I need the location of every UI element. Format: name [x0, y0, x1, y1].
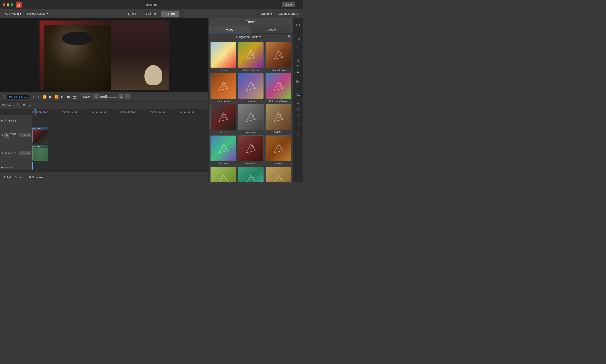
- svg-point-1: [18, 4, 19, 6]
- fullscreen-button[interactable]: ⛶: [125, 94, 130, 99]
- voice-label: Voice: [7, 166, 13, 169]
- mode-expert[interactable]: Expert: [161, 11, 179, 17]
- mode-guided[interactable]: Guided: [142, 11, 161, 17]
- effect-item-comic[interactable]: Comic: [210, 42, 236, 71]
- effect-label-deep-copper: Deep Copper: [216, 100, 230, 102]
- video1-clip[interactable]: My new v: [32, 127, 48, 143]
- timeline-scrollbar-h[interactable]: [0, 169, 208, 172]
- video1-back-button[interactable]: ◁: [19, 133, 23, 137]
- text-icon-button[interactable]: T: [294, 111, 302, 119]
- save-button[interactable]: Save: [282, 2, 295, 7]
- maximize-button[interactable]: [11, 3, 14, 6]
- effect-label-horror: Horror: [220, 131, 227, 134]
- track-header-voice: ▶ 🎙 Voice: [0, 162, 32, 169]
- effect-thumb-horror: [210, 104, 236, 130]
- play-button[interactable]: ▶: [48, 94, 53, 100]
- fix-button[interactable]: FIX: [294, 21, 302, 29]
- effect-item-hollywood-movie[interactable]: Hollywood Movie: [265, 73, 291, 103]
- emoji-icon-button[interactable]: ☺: [294, 130, 302, 138]
- audio1-back-button[interactable]: ◁: [19, 151, 23, 155]
- audio1-mute-button[interactable]: 🔊: [4, 152, 7, 154]
- organizer-icon: ⊞: [28, 176, 31, 179]
- effect-item-trinity[interactable]: Trinity: [238, 167, 264, 182]
- tab-audio[interactable]: Audio: [251, 26, 293, 33]
- close-button[interactable]: [3, 3, 5, 6]
- audio2-mute-button[interactable]: 🔊: [4, 119, 7, 122]
- effects-search-button[interactable]: 🔍: [288, 35, 291, 39]
- effect-thumb-red-noir: [238, 135, 264, 161]
- fx2-icon-button[interactable]: fx: [294, 78, 302, 86]
- tab-video[interactable]: Video: [208, 26, 251, 33]
- window-controls: [3, 3, 14, 6]
- organizer-button[interactable]: ⊞ Organizer: [26, 175, 46, 180]
- effect-item-old-film[interactable]: Old Film: [265, 104, 291, 134]
- add-icon-button[interactable]: +: [294, 100, 302, 108]
- voice-expand-button[interactable]: ▶: [1, 166, 3, 169]
- effect-item-news-reel[interactable]: News reel: [238, 104, 264, 134]
- video1-expand-button[interactable]: ▼: [1, 134, 4, 136]
- export-share-button[interactable]: Export & Share: [276, 11, 300, 16]
- track-settings-button[interactable]: ⊟: [22, 103, 26, 107]
- title-bar: Junk.prel Save ⊞: [0, 0, 303, 9]
- effect-item-red-noir[interactable]: Red Noir: [238, 135, 264, 165]
- video1-settings-button[interactable]: ◆: [23, 133, 27, 137]
- effect-item-vintage[interactable]: Vintage: [265, 167, 291, 182]
- effect-item-summer-day[interactable]: Summer day: [210, 167, 236, 182]
- nav-next-button[interactable]: ⟩⟩: [285, 35, 287, 39]
- effect-overlay-hollywood-movie: [266, 73, 291, 99]
- voice-mute-button[interactable]: 🎙: [4, 166, 6, 169]
- mode-quick[interactable]: Quick: [124, 11, 141, 17]
- render-button[interactable]: Render: [80, 94, 92, 99]
- zoom-slider[interactable]: [100, 95, 118, 99]
- timecode-display: 00:00:02;21: [7, 95, 28, 99]
- effect-item-deep-copper[interactable]: Deep Copper: [210, 73, 236, 103]
- project-name: Junk.prel: [146, 3, 157, 6]
- effect-item-crushed-color[interactable]: Crushed Color: [265, 42, 291, 71]
- menu-right: Create ▾ Export & Share: [259, 11, 300, 16]
- create-button[interactable]: Create ▾: [259, 11, 275, 16]
- frame-back-button[interactable]: ⏪: [41, 95, 47, 99]
- effect-item-sparta[interactable]: Sparta: [265, 135, 291, 165]
- go-to-end-button[interactable]: ⏭: [66, 95, 71, 99]
- audio1-expand-button[interactable]: ▼: [1, 152, 4, 154]
- music-note-icon-button[interactable]: ♪: [294, 121, 302, 129]
- effect-item-pandora[interactable]: Pandora: [210, 135, 236, 165]
- effect-item-dreamy[interactable]: Dreamy: [238, 73, 264, 103]
- camera-button[interactable]: 📷: [72, 95, 78, 99]
- effect-label-cross-process: Cross Process: [243, 69, 259, 71]
- undo-button[interactable]: ↺ Undo: [3, 176, 12, 179]
- effect-item-horror[interactable]: Horror: [210, 104, 236, 134]
- adjust-icon-button[interactable]: ⇥: [294, 35, 302, 43]
- add-media-button[interactable]: Add Media ▾: [3, 11, 23, 16]
- waveform-button[interactable]: ≋: [28, 103, 32, 107]
- go-to-beginning-button[interactable]: ⏮: [30, 95, 35, 99]
- nav-prev-button[interactable]: ⟨⟨: [210, 35, 213, 39]
- step-forward-button[interactable]: ⏭: [60, 95, 65, 99]
- fx1-icon-button[interactable]: fx: [294, 68, 302, 76]
- effect-label-dreamy: Dreamy: [247, 100, 255, 102]
- minimize-button[interactable]: [7, 3, 9, 6]
- edit-icon-button[interactable]: ✎: [294, 57, 302, 65]
- timeline-settings-button[interactable]: ☰: [2, 95, 6, 99]
- step-back-button[interactable]: ⏭: [36, 95, 41, 99]
- audio1-forward-button[interactable]: ▷: [27, 151, 31, 155]
- audio1-settings-button[interactable]: ◆: [23, 151, 27, 155]
- effect-item-cross-process[interactable]: Cross Process: [238, 42, 264, 71]
- video-preview[interactable]: [40, 21, 169, 90]
- timeline-playhead[interactable]: [35, 109, 36, 115]
- audio1-clip-label: My new v: [33, 145, 48, 148]
- audio1-clip[interactable]: My new v: [32, 145, 48, 161]
- frame-forward-button[interactable]: ⏩: [54, 95, 59, 99]
- redo-button[interactable]: ↻ Redo: [14, 176, 24, 179]
- effects-back-button[interactable]: ⟨⟨: [211, 20, 213, 24]
- sliders-icon-button[interactable]: [294, 44, 302, 52]
- video1-forward-button[interactable]: ▷: [27, 133, 31, 137]
- track-row: ▶ 🔊 Audio 2: [0, 115, 208, 126]
- effects-help-button[interactable]: ?: [289, 20, 290, 24]
- layers-icon-button[interactable]: [294, 90, 302, 98]
- audio2-content: [32, 115, 208, 126]
- audio2-expand-button[interactable]: ▶: [1, 119, 3, 122]
- markers-help-button[interactable]: ?: [16, 103, 20, 107]
- project-assets-button[interactable]: Project Assets ▾: [25, 11, 50, 16]
- effect-overlay-cross-process: [238, 42, 264, 68]
